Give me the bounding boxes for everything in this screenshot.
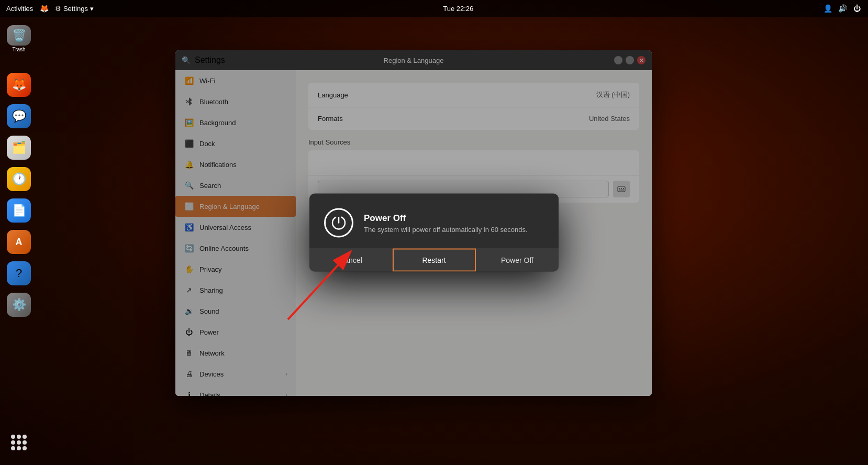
dialog-title: Power Off	[364, 213, 528, 223]
dock-item-trash[interactable]: 🗑️ Trash	[5, 25, 32, 52]
clock-icon-dock: 🕐	[7, 167, 31, 191]
dock-item-files[interactable]: 🗂️	[5, 134, 32, 161]
dock-bottom	[0, 430, 38, 455]
network-status-icon[interactable]: 👤	[823, 4, 832, 13]
topbar-time: Tue 22:26	[443, 5, 473, 13]
app-grid-button[interactable]	[7, 430, 31, 455]
chat-icon-dock: 💬	[7, 104, 31, 128]
dialog-body: Power Off The system will power off auto…	[309, 194, 559, 248]
dialog-text-area: Power Off The system will power off auto…	[364, 213, 528, 233]
topbar: Activities 🦊 ⚙ Settings ▾ Tue 22:26 👤 🔊 …	[0, 0, 868, 17]
poweroff-button[interactable]: Power Off	[476, 249, 559, 272]
dock-item-firefox[interactable]: 🦊	[5, 71, 32, 98]
volume-icon[interactable]: 🔊	[838, 4, 847, 13]
cancel-button[interactable]: Cancel	[309, 249, 393, 272]
topbar-left: Activities 🦊 ⚙ Settings ▾	[6, 4, 94, 13]
text-icon-dock: 📄	[7, 198, 31, 223]
dialog-subtitle: The system will power off automatically …	[364, 225, 528, 233]
store-icon-dock: A	[7, 230, 31, 254]
trash-icon: 🗑️	[7, 25, 31, 46]
activities-label[interactable]: Activities	[6, 5, 33, 13]
settings-menu-label[interactable]: ⚙ Settings ▾	[55, 5, 93, 13]
power-status-icon[interactable]: ⏻	[852, 4, 862, 13]
dock-item-settings[interactable]: ⚙️	[5, 291, 32, 318]
topbar-right: 👤 🔊 ⏻	[823, 4, 862, 13]
restart-button[interactable]: Restart	[393, 249, 476, 272]
files-icon-dock: 🗂️	[7, 136, 31, 160]
dock-item-clock[interactable]: 🕐	[5, 165, 32, 193]
help-icon-dock: ?	[7, 261, 31, 285]
dock-item-chat[interactable]: 💬	[5, 103, 32, 130]
dialog-buttons: Cancel Restart Power Off	[309, 248, 559, 272]
grid-dots-icon	[11, 435, 27, 450]
dock-item-help[interactable]: ?	[5, 260, 32, 287]
power-icon-circle	[324, 208, 353, 238]
settings-icon-dock: ⚙️	[7, 293, 31, 317]
firefox-icon-dock: 🦊	[7, 73, 31, 97]
dock-item-store[interactable]: A	[5, 228, 32, 256]
dock: 🗑️ Trash 🦊 💬 🗂️ 🕐 📄 A ? ⚙️	[0, 17, 38, 465]
firefox-icon[interactable]: 🦊	[39, 4, 49, 13]
poweroff-dialog: Power Off The system will power off auto…	[309, 194, 559, 272]
dock-item-text[interactable]: 📄	[5, 197, 32, 224]
trash-label: Trash	[12, 47, 25, 52]
